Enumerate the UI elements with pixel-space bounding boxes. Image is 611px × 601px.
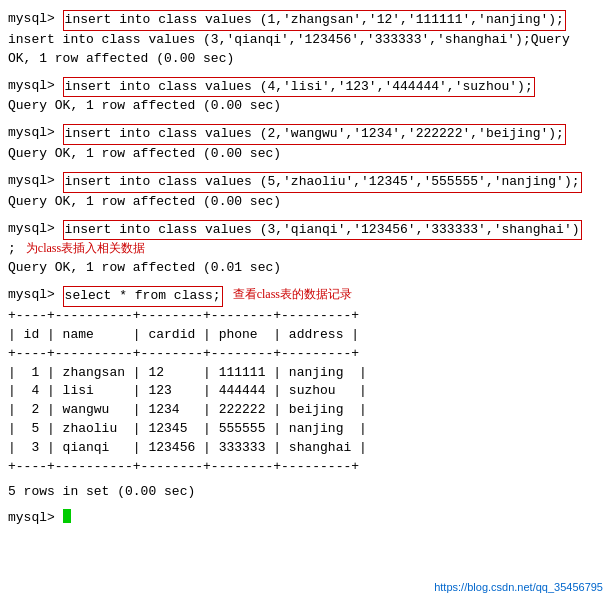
sql-line-5: mysql> insert into class values (3,'qian… (8, 220, 603, 241)
output-1a: insert into class values (3,'qianqi','12… (8, 31, 603, 50)
output-2: Query OK, 1 row affected (0.00 sec) (8, 97, 603, 116)
prompt-1: mysql> (8, 10, 63, 29)
table-row-2: | 4 | lisi | 123 | 444444 | suzhou | (8, 382, 603, 401)
sql-line-6: mysql> select * from class; 查看class表的数据记… (8, 286, 603, 307)
table-row-1: | 1 | zhangsan | 12 | 111111 | nanjing | (8, 364, 603, 383)
prompt-3: mysql> (8, 124, 63, 143)
sql-line-3: mysql> insert into class values (2,'wang… (8, 124, 603, 145)
sql-cmd-2: insert into class values (4,'lisi','123'… (63, 77, 535, 98)
output-4b: Query OK, 1 row affected (0.00 sec) (8, 193, 603, 212)
prompt-6: mysql> (8, 286, 63, 305)
table-header: | id | name | cardid | phone | address | (8, 326, 603, 345)
sql-cmd-1: insert into class values (1,'zhangsan','… (63, 10, 566, 31)
sql-line-2: mysql> insert into class values (4,'lisi… (8, 77, 603, 98)
sql-continuation-5: ; 为class表插入相关数据 (8, 240, 603, 259)
block-1: mysql> insert into class values (1,'zhan… (8, 10, 603, 69)
block-4: mysql> insert into class values (5,'zhao… (8, 172, 603, 212)
table-row-4: | 5 | zhaoliu | 12345 | 555555 | nanjing… (8, 420, 603, 439)
table-row-3: | 2 | wangwu | 1234 | 222222 | beijing | (8, 401, 603, 420)
table-row-5: | 3 | qianqi | 123456 | 333333 | shangha… (8, 439, 603, 458)
sql-line-4: mysql> insert into class values (5,'zhao… (8, 172, 603, 193)
output-3: Query OK, 1 row affected (0.00 sec) (8, 145, 603, 164)
last-prompt: mysql> (8, 509, 63, 528)
sql-cmd-6: select * from class; (63, 286, 223, 307)
terminal-window: mysql> insert into class values (1,'zhan… (8, 10, 603, 528)
cursor (63, 509, 71, 523)
rows-count: 5 rows in set (0.00 sec) (8, 483, 603, 502)
block-6: mysql> select * from class; 查看class表的数据记… (8, 286, 603, 476)
continuation-text-5: ; (8, 240, 16, 259)
watermark: https://blog.csdn.net/qq_35456795 (434, 581, 603, 593)
sql-cmd-5: insert into class values (3,'qianqi','12… (63, 220, 582, 241)
block-3: mysql> insert into class values (2,'wang… (8, 124, 603, 164)
annotation-select: 查看class表的数据记录 (233, 286, 352, 303)
prompt-5: mysql> (8, 220, 63, 239)
prompt-4: mysql> (8, 172, 63, 191)
block-5: mysql> insert into class values (3,'qian… (8, 220, 603, 279)
last-prompt-line: mysql> (8, 509, 603, 528)
output-1b: OK, 1 row affected (0.00 sec) (8, 50, 603, 69)
block-2: mysql> insert into class values (4,'lisi… (8, 77, 603, 117)
sql-cmd-4: insert into class values (5,'zhaoliu','1… (63, 172, 582, 193)
table-sep-top: +----+----------+--------+--------+-----… (8, 307, 603, 326)
table-sep-header: +----+----------+--------+--------+-----… (8, 345, 603, 364)
annotation-insert: 为class表插入相关数据 (26, 240, 145, 257)
output-5: Query OK, 1 row affected (0.01 sec) (8, 259, 603, 278)
table-sep-bottom: +----+----------+--------+--------+-----… (8, 458, 603, 477)
sql-line-1: mysql> insert into class values (1,'zhan… (8, 10, 603, 31)
sql-cmd-3: insert into class values (2,'wangwu','12… (63, 124, 566, 145)
prompt-2: mysql> (8, 77, 63, 96)
